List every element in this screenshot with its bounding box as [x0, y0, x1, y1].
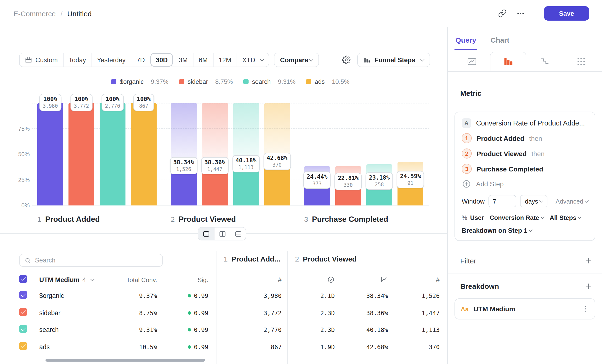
more-options-button[interactable]	[513, 6, 528, 21]
metric-step[interactable]: 3Purchase Completed	[462, 164, 588, 174]
flows-tab[interactable]	[563, 52, 599, 71]
visualization-selector[interactable]: Funnel Steps	[357, 53, 430, 67]
range-7d[interactable]: 7D	[131, 53, 150, 67]
breakdown-column-header[interactable]: UTM Medium 4	[33, 276, 105, 283]
breadcrumb-project[interactable]: E-Commerce	[13, 9, 56, 18]
step2-conv-rate-header[interactable]	[335, 276, 388, 284]
compare-button[interactable]: Compare	[274, 53, 319, 67]
row-step2-avg-time: 1.9D	[282, 343, 335, 351]
add-filter-button[interactable]	[584, 257, 592, 265]
funnel-bar[interactable]: 23.18%258	[366, 164, 392, 205]
funnel-bar[interactable]: 100%3,772	[68, 103, 94, 205]
legend-item-sidebar[interactable]: sidebar · 8.75%	[179, 78, 233, 85]
window-unit-select[interactable]: days	[520, 195, 548, 207]
table-row[interactable]: search9.31%0.992,7702.3D40.18%1,113	[0, 321, 447, 338]
step-number-badge: 3	[462, 164, 472, 174]
funnel-bar[interactable]: 40.18%1,113	[233, 103, 259, 205]
chart-settings-button[interactable]	[342, 55, 351, 64]
funnel-bar-label: 100%3,980	[39, 94, 61, 111]
topbar-actions: Save	[495, 6, 589, 21]
step1-count-header[interactable]: #	[208, 276, 282, 284]
layout-toggle-split-vertical[interactable]	[214, 227, 230, 240]
funnel-bar[interactable]: 38.34%1,526	[171, 103, 197, 205]
step2-count-header[interactable]: #	[388, 276, 440, 284]
measure-metric-select[interactable]: Conversion Rate	[490, 214, 544, 221]
insights-tab[interactable]	[453, 52, 490, 71]
funnel-bar[interactable]: 24.44%373	[304, 166, 330, 205]
funnel-bar[interactable]: 24.59%91	[398, 162, 423, 205]
legend-item-search[interactable]: search · 9.31%	[244, 78, 296, 85]
legend-item-organic[interactable]: $organic · 9.37%	[111, 78, 168, 85]
topbar-divider	[536, 8, 536, 19]
measure-scope-select[interactable]: All Steps	[550, 214, 581, 221]
funnel-bar-rate: 22.81%	[338, 175, 359, 182]
window-value-input[interactable]	[488, 195, 516, 207]
row-checkbox[interactable]	[19, 308, 27, 316]
legend-item-ads[interactable]: ads · 10.5%	[306, 78, 350, 85]
save-button[interactable]: Save	[544, 6, 589, 21]
horizontal-scrollbar[interactable]	[45, 359, 205, 362]
breadcrumb-report-title[interactable]: Untitled	[67, 9, 92, 18]
retention-tab[interactable]	[526, 52, 563, 71]
breakdown-on-step-select[interactable]: Breakdown on Step 1	[462, 227, 532, 234]
sig-header[interactable]: Sig.	[157, 276, 208, 283]
row-step2-conv: 40.18%	[335, 326, 388, 334]
row-checkbox[interactable]	[19, 325, 27, 333]
range-yesterday[interactable]: Yesterday	[91, 53, 131, 67]
filter-section: Filter	[448, 248, 602, 273]
measure-entity[interactable]: User	[470, 214, 484, 221]
select-all-checkbox[interactable]	[19, 275, 27, 283]
share-link-button[interactable]	[495, 6, 510, 21]
add-step-button[interactable]: Add Step	[462, 179, 504, 189]
breakdown-item-menu-button[interactable]	[581, 305, 589, 313]
funnel-bar[interactable]: 100%867	[131, 103, 157, 205]
date-range-group: CustomTodayYesterday7D30D3M6M12MXTD	[19, 53, 269, 67]
step-event-name: Product Viewed	[476, 150, 527, 157]
funnel-tab[interactable]	[490, 52, 526, 71]
table-row[interactable]: $organic9.37%0.993,9802.1D38.34%1,526	[0, 287, 447, 304]
range-today[interactable]: Today	[63, 53, 91, 67]
row-checkbox[interactable]	[19, 342, 27, 350]
funnel-bar[interactable]: 38.36%1,447	[202, 103, 228, 205]
range-12m[interactable]: 12M	[213, 53, 236, 67]
range-xtd[interactable]: XTD	[236, 53, 269, 67]
bar-chart-icon	[364, 56, 371, 64]
funnel-bar-count: 1,447	[204, 166, 225, 172]
compare-label: Compare	[280, 56, 308, 64]
kebab-icon	[581, 305, 589, 313]
row-name: sidebar	[33, 309, 105, 317]
row-step2-count: 1,113	[388, 326, 440, 334]
chart-toolbar: CustomTodayYesterday7D30D3M6M12MXTD Comp…	[19, 53, 430, 67]
layout-toggle-bottom-panel[interactable]	[230, 227, 246, 240]
total-conv-header[interactable]: Total Conv.	[105, 276, 157, 283]
metric-step[interactable]: 2Product Viewedthen	[462, 149, 588, 159]
tab-query[interactable]: Query	[454, 34, 477, 50]
funnel-bar[interactable]: 100%3,980	[37, 103, 63, 205]
funnel-bar[interactable]: 42.68%370	[264, 103, 290, 205]
metric-step[interactable]: 1Product Addedthen	[462, 133, 588, 143]
advanced-button[interactable]: Advanced	[556, 198, 588, 205]
funnel-bar[interactable]: 22.81%330	[335, 166, 361, 205]
funnel-bar-remainder	[202, 103, 228, 166]
breakdown-item[interactable]: Aa UTM Medium	[454, 298, 595, 320]
table-row[interactable]: ads10.5%0.998671.9D42.68%370	[0, 338, 447, 355]
search-input[interactable]	[35, 257, 158, 264]
range-custom[interactable]: Custom	[20, 53, 63, 67]
gear-icon	[342, 55, 351, 64]
step-number: 1	[37, 215, 42, 223]
row-checkbox[interactable]	[19, 291, 27, 299]
add-breakdown-button[interactable]	[584, 282, 592, 290]
ellipsis-icon	[516, 9, 525, 18]
funnel-bar[interactable]: 100%2,770	[100, 103, 126, 205]
range-3m[interactable]: 3M	[173, 53, 193, 67]
range-30d[interactable]: 30D	[150, 53, 173, 67]
table-row[interactable]: sidebar8.75%0.993,7722.3D38.36%1,447	[0, 304, 447, 321]
range-6m[interactable]: 6M	[193, 53, 213, 67]
tab-chart[interactable]: Chart	[490, 34, 510, 50]
row-step2-avg-time: 2.3D	[282, 326, 335, 334]
step2-avg-time-header[interactable]	[282, 276, 335, 284]
row-significance: 0.99	[157, 343, 208, 351]
table-search[interactable]	[19, 254, 163, 267]
layout-toggle-split-horizontal[interactable]	[198, 227, 214, 240]
metric-card[interactable]: A Conversion Rate of Product Adde... 1Pr…	[454, 112, 595, 241]
